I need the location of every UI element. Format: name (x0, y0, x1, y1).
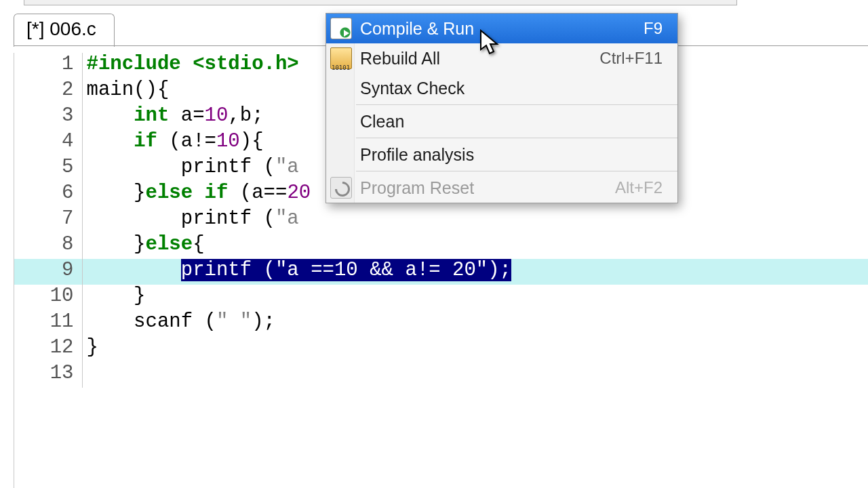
menu-label: Clean (360, 112, 663, 131)
line-number: 8 (14, 233, 82, 259)
line-number: 7 (14, 207, 82, 233)
line-number: 10 (14, 285, 82, 310)
menu-item-syntax-check[interactable]: Syntax Check (326, 73, 677, 103)
line-number: 11 (14, 310, 82, 336)
code-line[interactable]: printf ("a (82, 207, 868, 233)
menu-label: Program Reset (360, 178, 615, 198)
menu-label: Rebuild All (360, 49, 599, 68)
code-line[interactable]: scanf (" "); (82, 310, 868, 336)
line-number: 9 (14, 259, 82, 285)
menu-item-program-reset: Program ResetAlt+F2 (326, 173, 677, 203)
menu-shortcut: Alt+F2 (615, 178, 663, 197)
program-reset-icon (330, 177, 352, 199)
menu-label: Profile analysis (360, 145, 663, 165)
line-number: 4 (14, 130, 82, 156)
toolbar-remnant (24, 0, 737, 5)
menu-label: Compile & Run (360, 19, 644, 39)
file-tab[interactable]: [*] 006.c (14, 14, 115, 47)
line-number: 12 (14, 336, 82, 362)
line-number: 1 (14, 53, 82, 79)
menu-item-profile[interactable]: Profile analysis (326, 140, 677, 169)
line-number: 6 (14, 182, 82, 207)
code-line[interactable]: printf ("a ==10 && a!= 20"); (82, 259, 868, 285)
menu-label: Syntax Check (360, 79, 663, 98)
menu-item-compile-run[interactable]: Compile & RunF9 (326, 14, 677, 43)
menu-separator (356, 104, 677, 105)
menu-separator (356, 138, 677, 138)
menu-shortcut: Ctrl+F11 (599, 49, 663, 68)
line-number: 5 (14, 156, 82, 182)
menu-separator (356, 171, 677, 171)
menu-item-clean[interactable]: Clean (326, 106, 677, 136)
execute-context-menu: Compile & RunF9Rebuild AllCtrl+F11Syntax… (326, 13, 678, 203)
code-line[interactable]: } (82, 336, 868, 362)
code-line[interactable]: } (82, 285, 868, 310)
menu-item-rebuild-all[interactable]: Rebuild AllCtrl+F11 (326, 43, 677, 73)
line-number: 3 (14, 104, 82, 130)
tab-bar: [*] 006.c (14, 12, 115, 46)
menu-shortcut: F9 (644, 19, 663, 38)
code-line[interactable]: }else{ (82, 233, 868, 259)
rebuild-all-icon (330, 47, 352, 69)
code-line[interactable] (82, 362, 868, 388)
line-number: 2 (14, 79, 82, 104)
compile-run-icon (330, 18, 352, 39)
line-number: 13 (14, 362, 82, 388)
